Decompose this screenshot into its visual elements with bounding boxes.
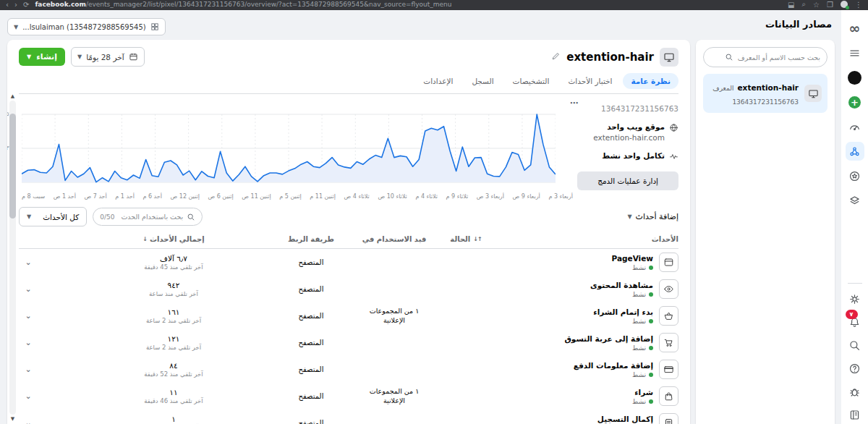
- column-connection[interactable]: طريقة الربط: [268, 235, 354, 243]
- tab-test-events[interactable]: اختبار الأحداث: [560, 73, 620, 89]
- chart-options-icon[interactable]: ⋯: [570, 98, 579, 108]
- data-source-name: extention-hair: [737, 83, 799, 92]
- row-expand-chevron[interactable]: ⌄: [19, 284, 38, 294]
- address-bar[interactable]: facebook.com/events_manager2/list/pixel/…: [35, 1, 782, 8]
- tab-overview[interactable]: نظرة عامة: [623, 73, 678, 89]
- create-button-label: إنشاء: [36, 52, 57, 62]
- table-row-view-content[interactable]: مشاهدة المحتوى نشط المتصفح ٩٤٢ آخر تلقي …: [19, 276, 678, 302]
- events-table-body: PageView نشط المتصفح ٦٫٧ آلاف آخر تلقي م…: [19, 249, 678, 424]
- x-axis-tick: ثلاثاء 4 م: [415, 193, 438, 200]
- total-events-value: ١١: [80, 388, 268, 397]
- meta-logo[interactable]: ∞: [846, 19, 864, 38]
- events-manager-page: ∞ + ٧ ▼ ...lsulaiman (1354872988569545) …: [0, 10, 868, 424]
- reload-icon[interactable]: ⟳: [23, 1, 29, 9]
- row-expand-chevron[interactable]: ⌄: [19, 338, 38, 347]
- vertical-scrollbar[interactable]: ▲ ▼: [9, 93, 17, 423]
- purchase-icon: [659, 386, 678, 406]
- total-events-cell: ٨٤ آخر تلقي منذ 52 دقيقة: [80, 361, 268, 378]
- status-badge: نشط: [632, 398, 653, 405]
- create-button[interactable]: إنشاء ▼: [19, 48, 65, 66]
- table-row-add-payment-info[interactable]: إضافة معلومات الدفع نشط المتصفح ٨٤ آخر ت…: [19, 356, 678, 383]
- event-name: بدء إتمام الشراء: [593, 308, 653, 316]
- data-source-item-selected[interactable]: extention-hair المعرف 1364317231156763: [703, 74, 827, 113]
- forward-icon[interactable]: ›: [14, 1, 17, 9]
- extensions-icon[interactable]: ❐: [827, 1, 833, 9]
- add-events-label: إضافة أحداث: [636, 212, 678, 221]
- add-payment-info-icon: [659, 360, 678, 379]
- browser-profile-avatar[interactable]: [841, 1, 848, 8]
- in-use-cell: ١ من المجموعات الإعلانية: [359, 387, 429, 406]
- scrollbar-track[interactable]: [9, 101, 16, 415]
- pageview-icon: [659, 253, 678, 272]
- event-search-input[interactable]: بحث باستخدام الحدث 0/50: [93, 208, 203, 226]
- settings-gear-icon[interactable]: [846, 289, 864, 308]
- add-events-button[interactable]: إضافة أحداث ▼: [627, 212, 678, 221]
- edit-pencil-icon[interactable]: [551, 50, 561, 64]
- ad-account-selector[interactable]: ▼ ...lsulaiman (1354872988569545): [7, 18, 166, 35]
- column-in-use[interactable]: قيد الاستخدام في: [354, 235, 434, 243]
- achievements-icon[interactable]: [846, 166, 864, 185]
- active-dot: [649, 346, 653, 350]
- x-axis-tick: إثنين 6 ص: [208, 193, 234, 200]
- connection-method-cell: المتصفح: [268, 339, 354, 347]
- view-content-icon: [659, 279, 678, 299]
- tab-diagnostics[interactable]: التشخيصات: [505, 73, 558, 89]
- row-expand-chevron[interactable]: ⌄: [19, 391, 38, 401]
- row-expand-chevron[interactable]: ⌄: [19, 365, 38, 374]
- search-icon[interactable]: [846, 336, 864, 355]
- business-apps-icon[interactable]: [846, 191, 864, 210]
- status-badge: نشط: [574, 371, 653, 378]
- pixel-info-panel: 1364317231156763 موقع ويب واحد extention…: [580, 98, 678, 200]
- total-events-cell: ١ آخر تلقي منذ 2 يوم: [80, 415, 268, 424]
- scroll-down-icon[interactable]: ▼: [11, 415, 14, 423]
- account-avatar[interactable]: [846, 68, 864, 87]
- ads-gauge-icon[interactable]: [846, 117, 864, 136]
- back-icon[interactable]: ‹: [6, 1, 9, 9]
- row-expand-chevron[interactable]: ⌄: [19, 311, 38, 321]
- table-row-add-to-cart[interactable]: إضافة إلى عربة التسوق نشط المتصفح ١٢١ آخ…: [19, 329, 678, 356]
- tab-history[interactable]: السجل: [464, 73, 501, 89]
- column-total-events[interactable]: إجمالي الأحداث ↓: [80, 235, 268, 243]
- data-sources-search-input[interactable]: بحث حسب الاسم أو المعرف: [703, 47, 827, 67]
- column-events[interactable]: الأحداث: [498, 235, 678, 243]
- events-manager-icon[interactable]: [846, 142, 864, 161]
- chevron-down-icon: ▼: [627, 213, 631, 220]
- pixel-id: 1364317231156763: [580, 104, 678, 113]
- menu-icon[interactable]: [846, 43, 864, 62]
- bug-report-icon[interactable]: [846, 382, 864, 401]
- event-name: إكمال التسجيل: [597, 415, 653, 423]
- browser-menu-icon[interactable]: ⋮: [855, 1, 862, 9]
- table-row-initiate-checkout[interactable]: بدء إتمام الشراء نشط ١ من المجموعات الإع…: [19, 302, 678, 329]
- create-plus-icon[interactable]: +: [846, 93, 864, 111]
- complete-registration-icon: [659, 413, 678, 424]
- x-axis-tick: أربعاء 9 ص: [513, 193, 540, 200]
- bookmark-star-icon[interactable]: ☆: [813, 1, 820, 9]
- tab-settings[interactable]: الإعدادات: [415, 73, 461, 89]
- column-status[interactable]: ↑↓ الحالة: [434, 235, 498, 243]
- add-to-cart-icon: [659, 333, 678, 352]
- website-domain[interactable]: extention-hair.com: [593, 133, 665, 142]
- activity-pulse-icon: [669, 152, 678, 161]
- scroll-up-icon[interactable]: ▲: [11, 93, 14, 100]
- total-events-value: ٩٤٢: [80, 281, 268, 289]
- row-expand-chevron[interactable]: ⌄: [19, 418, 38, 424]
- date-range-selector[interactable]: آخر 28 يومًا ▼: [71, 47, 145, 67]
- search-icon: [187, 213, 195, 221]
- table-row-purchase[interactable]: شراء نشط ١ من المجموعات الإعلانية المتصف…: [19, 383, 678, 410]
- search-tabs-icon[interactable]: ⌕: [801, 0, 806, 9]
- table-row-pageview[interactable]: PageView نشط المتصفح ٦٫٧ آلاف آخر تلقي م…: [19, 249, 678, 276]
- cast-icon[interactable]: ⬓: [788, 1, 794, 9]
- sort-desc-icon: ↓: [142, 236, 147, 242]
- event-search-placeholder: بحث باستخدام الحدث: [118, 213, 183, 221]
- directory-icon[interactable]: [846, 405, 864, 424]
- x-axis-tick: أحد 7 ص: [85, 193, 107, 200]
- manage-integrations-button[interactable]: إدارة عمليات الدمج: [577, 171, 678, 190]
- event-filter-dropdown[interactable]: كل الأحداث ▼: [19, 207, 87, 226]
- active-dot: [649, 399, 653, 404]
- table-row-complete-registration[interactable]: إكمال التسجيل نشط المتصفح ١ آخر تلقي منذ…: [19, 410, 678, 424]
- row-expand-chevron[interactable]: ⌄: [19, 258, 38, 267]
- notifications-bell-icon[interactable]: ٧: [846, 313, 864, 331]
- help-icon[interactable]: [846, 359, 864, 378]
- scrollbar-thumb[interactable]: [9, 114, 16, 219]
- last-received-label: آخر تلقي منذ ساعة: [80, 290, 268, 297]
